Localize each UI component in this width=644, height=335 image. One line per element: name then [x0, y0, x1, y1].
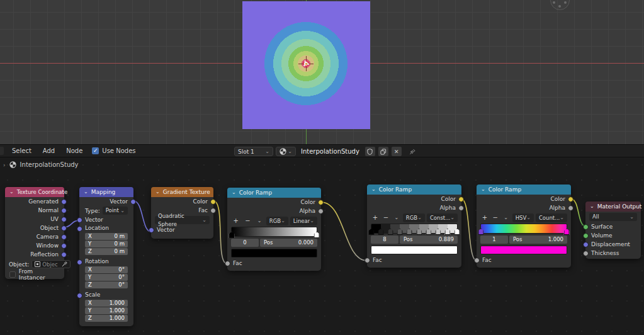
new-material-copy-button[interactable]: [378, 147, 388, 156]
slot-select[interactable]: Slot 1 ⌄: [234, 147, 273, 156]
socket-color-out[interactable]: [568, 196, 573, 202]
material-browse-button[interactable]: ⌄: [276, 147, 296, 156]
unlink-material-button[interactable]: ✕: [392, 147, 402, 156]
socket-alpha-out[interactable]: [318, 208, 324, 214]
interpolation-select[interactable]: Count...⌄: [536, 213, 567, 222]
checkbox-unchecked-icon[interactable]: [9, 271, 16, 278]
collapse-chevron-icon[interactable]: ⌄: [9, 187, 14, 197]
ramp-stop-handle[interactable]: [426, 229, 431, 235]
rotation-z-field[interactable]: Z0°: [85, 281, 128, 288]
scale-y-field[interactable]: Y1.000: [85, 307, 128, 314]
socket-fac-in[interactable]: [364, 258, 370, 263]
socket-color-out[interactable]: [210, 199, 216, 205]
ramp-options-button[interactable]: ⌄: [392, 215, 401, 220]
ramp-options-button[interactable]: ⌄: [254, 218, 264, 224]
color-ramp-gradient-bar[interactable]: [231, 227, 317, 237]
fake-user-shield-button[interactable]: [365, 147, 375, 156]
socket-alpha-out[interactable]: [568, 205, 573, 211]
remove-stop-button[interactable]: −: [243, 217, 253, 224]
socket-displacement[interactable]: [583, 242, 589, 247]
socket-vector-out[interactable]: [130, 199, 136, 205]
stop-position-slider[interactable]: Pos0.889: [400, 236, 458, 244]
ramp-stop-handle[interactable]: [388, 229, 393, 235]
stop-position-slider[interactable]: Pos0.000: [260, 239, 317, 247]
menu-add[interactable]: Add: [37, 147, 60, 154]
rotation-x-field[interactable]: X0°: [85, 266, 128, 273]
ramp-stop-handle[interactable]: [478, 229, 484, 235]
socket-color-out[interactable]: [318, 200, 324, 205]
socket-color-out[interactable]: [458, 196, 464, 202]
ramp-stop-handle[interactable]: [397, 229, 403, 235]
color-ramp-gradient-bar[interactable]: [480, 224, 567, 234]
color-ramp-gradient-bar[interactable]: [371, 224, 458, 234]
node-color-ramp-1[interactable]: ⌄ Color Ramp Color Alpha + − ⌄ RGB⌄ Line…: [227, 188, 321, 271]
ramp-stop-handle[interactable]: [407, 229, 412, 235]
ramp-stop-handle[interactable]: [564, 229, 570, 235]
selected-stop-color-swatch[interactable]: [480, 246, 567, 254]
ramp-stop-handle[interactable]: [378, 229, 384, 235]
scale-z-field[interactable]: Z1.000: [85, 315, 128, 322]
selected-stop-color-swatch[interactable]: [231, 249, 317, 258]
socket-location[interactable]: [77, 226, 82, 232]
collapse-chevron-icon[interactable]: ⌄: [84, 187, 88, 197]
viewport-3d[interactable]: [0, 0, 644, 144]
add-stop-button[interactable]: +: [480, 214, 489, 221]
color-mode-select[interactable]: RGB⌄: [266, 217, 288, 225]
socket-fac-out[interactable]: [210, 208, 216, 213]
gradient-type-select[interactable]: Quadratic Sphere⌄: [155, 216, 210, 224]
socket-reflection[interactable]: [61, 252, 67, 258]
collapse-chevron-icon[interactable]: ⌄: [232, 188, 236, 198]
remove-stop-button[interactable]: −: [491, 214, 500, 221]
socket-camera[interactable]: [61, 234, 67, 240]
editor-type-button[interactable]: [0, 147, 4, 155]
use-nodes-toggle[interactable]: ✓ Use Nodes: [92, 147, 135, 154]
socket-object[interactable]: [61, 225, 67, 231]
socket-scale[interactable]: [77, 293, 82, 298]
add-stop-button[interactable]: +: [371, 214, 380, 221]
socket-volume[interactable]: [583, 233, 589, 239]
rotation-y-field[interactable]: Y0°: [85, 274, 128, 281]
checkbox-checked-icon[interactable]: ✓: [92, 147, 99, 154]
socket-fac-in[interactable]: [474, 258, 480, 263]
ramp-stop-handle[interactable]: [435, 229, 441, 235]
interpolation-select[interactable]: Linear⌄: [290, 217, 317, 225]
pin-button[interactable]: [407, 147, 417, 156]
stop-index-field[interactable]: 8: [371, 236, 398, 244]
material-name-field[interactable]: InterpolationStudy: [301, 148, 359, 155]
socket-uv[interactable]: [61, 217, 67, 222]
socket-vector-in[interactable]: [77, 217, 82, 223]
ramp-stop-handle[interactable]: [229, 232, 235, 238]
interpolation-select[interactable]: Const...⌄: [427, 213, 458, 222]
output-target-select[interactable]: All⌄: [589, 213, 637, 221]
menu-node[interactable]: Node: [60, 147, 88, 154]
socket-rotation[interactable]: [77, 259, 82, 265]
location-x-field[interactable]: X0 m: [85, 233, 128, 240]
ramp-options-button[interactable]: ⌄: [502, 215, 511, 220]
socket-vector-in[interactable]: [149, 227, 154, 233]
from-instancer-toggle[interactable]: From Instancer: [5, 270, 64, 279]
stop-position-slider[interactable]: Pos1.000: [509, 236, 567, 244]
add-stop-button[interactable]: +: [231, 217, 241, 224]
stop-index-field[interactable]: 0: [231, 239, 259, 247]
ramp-stop-handle[interactable]: [416, 229, 422, 235]
color-mode-select[interactable]: HSV⌄: [512, 213, 534, 222]
color-mode-select[interactable]: RGB⌄: [403, 213, 425, 222]
node-texture-coordinate[interactable]: ⌄ Texture Coordinate Generated Normal UV…: [5, 187, 64, 279]
ramp-stop-handle[interactable]: [455, 229, 460, 235]
ramp-stop-handle[interactable]: [369, 229, 375, 235]
collapse-chevron-icon[interactable]: ⌄: [590, 202, 594, 212]
node-mapping[interactable]: ⌄ Mapping Vector Type: Point⌄ Vector Loc…: [79, 187, 133, 326]
navigation-gizmo[interactable]: [550, 0, 570, 10]
socket-alpha-out[interactable]: [458, 205, 464, 211]
mapping-type-select[interactable]: Point⌄: [103, 207, 128, 215]
location-y-field[interactable]: Y0 m: [85, 241, 128, 247]
node-color-ramp-3[interactable]: ⌄ Color Ramp Color Alpha + − ⌄ HSV⌄ Coun…: [477, 185, 571, 268]
collapse-chevron-icon[interactable]: ⌄: [371, 185, 376, 195]
socket-normal[interactable]: [61, 208, 67, 213]
socket-fac-in[interactable]: [225, 261, 230, 266]
ramp-stop-handle[interactable]: [444, 229, 450, 235]
stop-index-field[interactable]: 1: [480, 236, 508, 244]
selected-stop-color-swatch[interactable]: [371, 246, 458, 254]
object-picker-field[interactable]: Objec: [31, 260, 70, 268]
socket-window[interactable]: [61, 243, 67, 249]
